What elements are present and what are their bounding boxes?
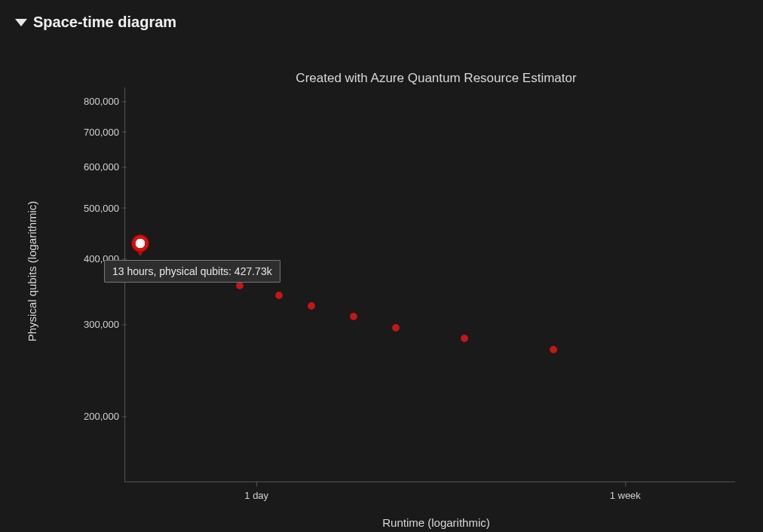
chevron-down-icon xyxy=(15,19,27,26)
highlighted-datapoint[interactable] xyxy=(132,235,149,252)
y-tick-label: 300,000 xyxy=(65,319,119,330)
datapoint[interactable] xyxy=(392,324,400,332)
datapoint[interactable] xyxy=(350,313,357,320)
y-tick-label: 200,000 xyxy=(65,411,119,422)
y-axis-label: Physical qubits (logarithmic) xyxy=(26,201,38,342)
datapoint[interactable] xyxy=(461,335,468,342)
section-header[interactable]: Space-time diagram xyxy=(0,0,763,31)
tooltip: 13 hours, physical qubits: 427.73k xyxy=(104,260,280,283)
section-title: Space-time diagram xyxy=(33,14,176,31)
datapoint[interactable] xyxy=(308,302,315,310)
y-tick-label: 500,000 xyxy=(65,202,119,213)
x-tick-label: 1 week xyxy=(610,490,641,501)
datapoint[interactable] xyxy=(236,282,244,289)
y-tick-label: 600,000 xyxy=(65,161,119,173)
x-axis-label: Runtime (logarithmic) xyxy=(124,516,748,529)
datapoint[interactable] xyxy=(275,292,283,299)
chart-title: Created with Azure Quantum Resource Esti… xyxy=(124,71,748,86)
y-tick-label: 800,000 xyxy=(65,96,119,107)
space-time-chart: Created with Azure Quantum Resource Esti… xyxy=(0,45,763,532)
plot-area[interactable]: 200,000300,000400,000500,000600,000700,0… xyxy=(124,87,735,482)
x-tick-label: 1 day xyxy=(244,490,268,501)
y-tick-label: 700,000 xyxy=(65,126,119,137)
datapoint[interactable] xyxy=(550,346,557,353)
